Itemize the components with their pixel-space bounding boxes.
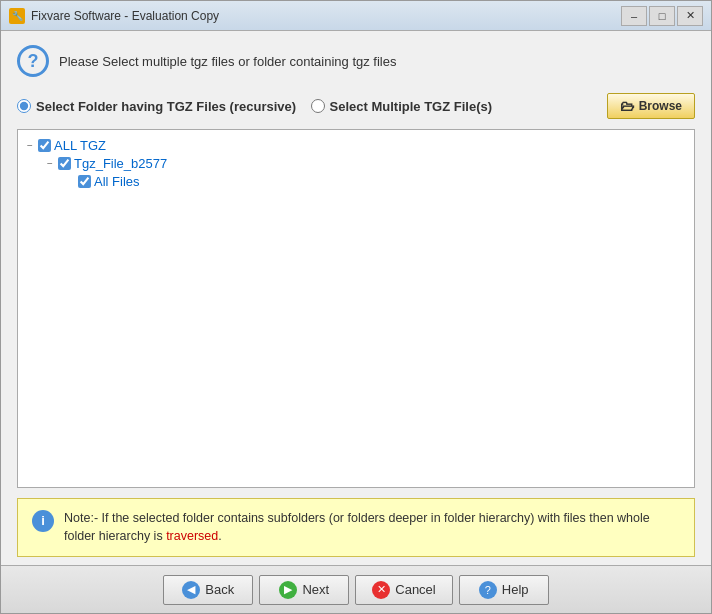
main-content: ? Please Select multiple tgz files or fo… (1, 31, 711, 565)
back-button[interactable]: ◀ Back (163, 575, 253, 605)
expand-icon-tgz-file[interactable]: − (42, 155, 58, 171)
header-section: ? Please Select multiple tgz files or fo… (17, 45, 695, 83)
tree-node-all-tgz: − ALL TGZ (22, 136, 690, 154)
node-label-all-files[interactable]: All Files (94, 174, 140, 189)
folder-radio-input[interactable] (17, 99, 31, 113)
tree-container[interactable]: − ALL TGZ − Tgz_File_b2577 + All Files (17, 129, 695, 488)
note-info-icon: i (32, 510, 54, 532)
node-label-all-tgz[interactable]: ALL TGZ (54, 138, 106, 153)
back-icon: ◀ (182, 581, 200, 599)
maximize-button[interactable]: □ (649, 6, 675, 26)
cancel-label: Cancel (395, 582, 435, 597)
cancel-icon: ✕ (372, 581, 390, 599)
files-radio-label: Select Multiple TGZ File(s) (330, 99, 493, 114)
files-radio-option[interactable]: Select Multiple TGZ File(s) (311, 99, 493, 114)
note-text: Note:- If the selected folder contains s… (64, 509, 680, 547)
next-button[interactable]: ▶ Next (259, 575, 349, 605)
minimize-button[interactable]: – (621, 6, 647, 26)
note-text-part2: . (218, 529, 221, 543)
title-bar: 🔧 Fixvare Software - Evaluation Copy – □… (1, 1, 711, 31)
next-label: Next (302, 582, 329, 597)
folder-radio-label: Select Folder having TGZ Files (recursiv… (36, 99, 296, 114)
window-title: Fixvare Software - Evaluation Copy (31, 9, 621, 23)
footer: ◀ Back ▶ Next ✕ Cancel ? Help (1, 565, 711, 613)
next-icon: ▶ (279, 581, 297, 599)
app-icon: 🔧 (9, 8, 25, 24)
tree-node-tgz-file: − Tgz_File_b2577 (42, 154, 690, 172)
header-message: Please Select multiple tgz files or fold… (59, 54, 396, 69)
files-radio-input[interactable] (311, 99, 325, 113)
note-box: i Note:- If the selected folder contains… (17, 498, 695, 558)
note-highlight: traversed (166, 529, 218, 543)
node-label-tgz-file[interactable]: Tgz_File_b2577 (74, 156, 167, 171)
browse-icon: 🗁 (620, 98, 634, 114)
cancel-button[interactable]: ✕ Cancel (355, 575, 452, 605)
back-label: Back (205, 582, 234, 597)
tree-node-all-files: + All Files (62, 172, 690, 190)
folder-radio-option[interactable]: Select Folder having TGZ Files (recursiv… (17, 99, 296, 114)
window-controls: – □ ✕ (621, 6, 703, 26)
expand-icon-all-tgz[interactable]: − (22, 137, 38, 153)
checkbox-all-tgz[interactable] (38, 139, 51, 152)
help-button[interactable]: ? Help (459, 575, 549, 605)
checkbox-tgz-file[interactable] (58, 157, 71, 170)
note-text-part1: Note:- If the selected folder contains s… (64, 511, 650, 544)
header-info-icon: ? (17, 45, 49, 77)
checkbox-all-files[interactable] (78, 175, 91, 188)
browse-button[interactable]: 🗁 Browse (607, 93, 695, 119)
close-button[interactable]: ✕ (677, 6, 703, 26)
browse-label: Browse (639, 99, 682, 113)
help-label: Help (502, 582, 529, 597)
main-window: 🔧 Fixvare Software - Evaluation Copy – □… (0, 0, 712, 614)
help-icon: ? (479, 581, 497, 599)
options-row: Select Folder having TGZ Files (recursiv… (17, 93, 695, 119)
